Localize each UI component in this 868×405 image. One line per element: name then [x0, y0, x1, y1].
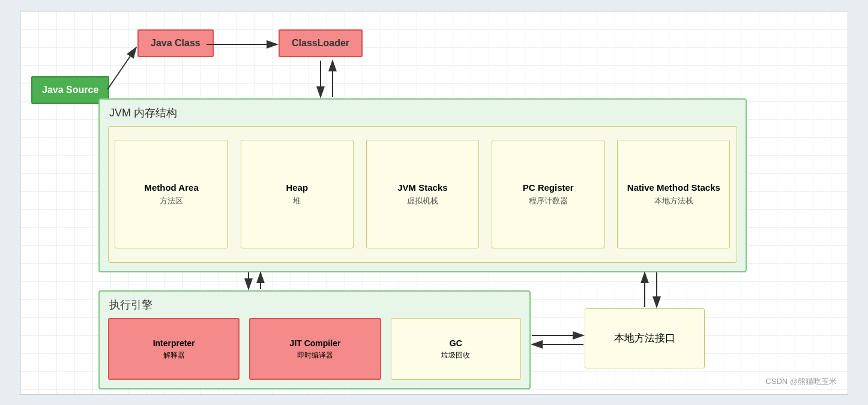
diagram-canvas: Java Class ClassLoader Java Source JVM 内… [20, 11, 848, 395]
jit-zh: 即时编译器 [297, 350, 333, 361]
exec-engine-outer: 执行引擎 Interpreter 解释器 JIT Compiler 即时编译器 … [98, 290, 531, 389]
interpreter-box: Interpreter 解释器 [108, 318, 240, 380]
pc-register-zh: 程序计数器 [529, 195, 568, 208]
jvm-memory-title: JVM 内存结构 [109, 106, 177, 120]
pc-register-box: PC Register 程序计数器 [492, 140, 604, 248]
java-class-label: Java Class [151, 38, 200, 48]
java-source-box: Java Source [31, 76, 109, 104]
interpreter-zh: 解释器 [163, 350, 185, 361]
native-stacks-box: Native Method Stacks 本地方法栈 [617, 140, 730, 248]
java-class-box: Java Class [137, 29, 214, 57]
heap-box: Heap 堆 [241, 140, 354, 248]
jvm-stacks-en: JVM Stacks [397, 181, 447, 195]
method-area-zh: 方法区 [160, 195, 183, 208]
pc-register-en: PC Register [523, 181, 574, 195]
gc-box: GC 垃圾回收 [391, 318, 521, 380]
memory-areas-container: Method Area 方法区 Heap 堆 JVM Stacks 虚拟机栈 P… [108, 126, 737, 263]
gc-zh: 垃圾回收 [441, 350, 470, 361]
native-interface-label: 本地方法接口 [614, 331, 675, 345]
method-area-box: Method Area 方法区 [115, 140, 228, 248]
jvm-stacks-zh: 虚拟机栈 [407, 195, 438, 208]
heap-en: Heap [286, 181, 308, 195]
interpreter-en: Interpreter [153, 337, 195, 350]
jvm-stacks-box: JVM Stacks 虚拟机栈 [366, 140, 479, 248]
native-interface-box: 本地方法接口 [585, 308, 705, 368]
jit-compiler-box: JIT Compiler 即时编译器 [249, 318, 381, 380]
watermark: CSDN @熊猫吃玉米 [765, 376, 837, 387]
jit-en: JIT Compiler [290, 337, 341, 350]
native-stacks-zh: 本地方法栈 [654, 195, 693, 208]
method-area-en: Method Area [144, 181, 198, 195]
heap-zh: 堆 [293, 195, 301, 208]
arrow-source-to-class [107, 47, 136, 89]
exec-engine-container: Interpreter 解释器 JIT Compiler 即时编译器 GC 垃圾… [108, 318, 521, 380]
gc-en: GC [450, 337, 462, 350]
native-stacks-en: Native Method Stacks [627, 181, 720, 195]
exec-engine-title: 执行引擎 [109, 298, 152, 312]
classloader-label: ClassLoader [292, 38, 349, 48]
jvm-memory-outer: JVM 内存结构 Method Area 方法区 Heap 堆 JVM Stac… [98, 98, 747, 272]
classloader-box: ClassLoader [279, 29, 363, 57]
java-source-label: Java Source [42, 85, 98, 95]
